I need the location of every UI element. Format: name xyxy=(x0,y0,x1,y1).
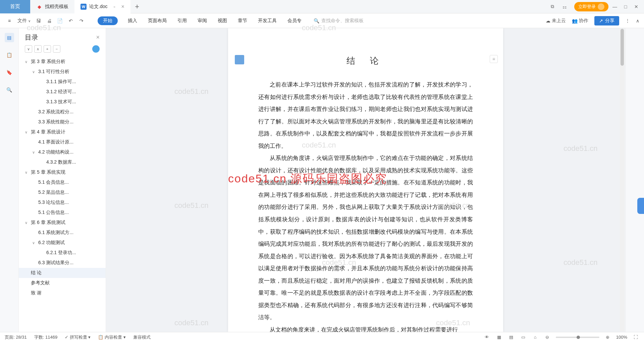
maximize-icon[interactable]: □ xyxy=(621,2,630,11)
expand-all-icon[interactable]: ∧ xyxy=(34,45,42,53)
layout-icon[interactable]: ⧉ xyxy=(548,2,557,11)
document-area[interactable]: ≡ 结 论 之前在课本上学习过软件开发的知识，包括开发流程的了解，开发技术的学习… xyxy=(106,28,625,332)
view2-icon[interactable]: ▤ xyxy=(507,334,515,341)
page-indicator[interactable]: 页面: 28/31 xyxy=(5,334,27,340)
preview-icon[interactable]: 📄 xyxy=(55,16,65,25)
add-outline-icon[interactable]: + xyxy=(44,45,51,53)
remove-outline-icon[interactable]: − xyxy=(53,45,60,53)
redo-icon[interactable]: ↷ xyxy=(77,16,86,25)
fullscreen-icon[interactable]: ⛶ xyxy=(632,334,639,341)
new-tab-button[interactable]: + xyxy=(130,2,144,11)
outline-item[interactable]: 5.2 菜品信息... xyxy=(19,187,106,197)
spellcheck-toggle[interactable]: ✓ 拼写检查 ▾ xyxy=(65,334,91,340)
outline-item[interactable]: ∨4.2 功能结构设... xyxy=(19,147,106,157)
outline-item[interactable]: 6.1 系统测试方... xyxy=(19,228,106,238)
undo-icon[interactable]: ↶ xyxy=(66,16,75,25)
zoom-in-icon[interactable]: ⊕ xyxy=(604,334,611,341)
zoom-out-icon[interactable]: ⊖ xyxy=(544,334,551,341)
outline-item[interactable]: 5.1 公告信息... xyxy=(19,208,106,218)
outline-icon[interactable]: ▤ xyxy=(5,33,14,42)
outline-item[interactable]: 5.3 论坛信息... xyxy=(19,197,106,208)
view3-icon[interactable]: ▭ xyxy=(520,334,527,341)
print-icon[interactable]: 🖨 xyxy=(45,16,54,25)
titlebar: 首页 ◆ 找稻壳模板 W 论文.doc ▫ × + ⧉ ⚏ 立即登录 — □ ✕ xyxy=(0,0,644,13)
sidebar-rail: ▤ 📋 🔖 🔍 xyxy=(0,28,19,332)
outline-item[interactable]: 致 谢 xyxy=(19,288,106,298)
outline-item[interactable]: 结 论 xyxy=(19,268,106,278)
doc-heading: 结 论 xyxy=(258,55,473,67)
outline-item[interactable]: 3.3 系统性能分... xyxy=(19,117,106,127)
outline-item[interactable]: 4.3.2 数据库... xyxy=(19,157,106,167)
menu-chapter[interactable]: 章节 xyxy=(237,16,248,25)
zoom-slider[interactable] xyxy=(556,337,599,338)
save-icon[interactable]: 🖫 xyxy=(34,16,43,25)
menu-reference[interactable]: 引用 xyxy=(177,16,187,25)
outline-item[interactable]: 5.1 会员信息... xyxy=(19,177,106,187)
float-window-icon[interactable]: ▫ xyxy=(113,4,115,9)
ribbon: ≡ 文件 ∨ 🖫 🖨 📄 ↶ ↷ 开始 插入 页面布局 引用 审阅 视图 章节 … xyxy=(0,13,644,28)
content-check[interactable]: 📋 内容检查 ▾ xyxy=(98,334,125,340)
outline-item[interactable]: 3.1.3 技术可... xyxy=(19,97,106,107)
doc-paragraph: 从文档的角度来讲，在完成火锅店管理系统制作后，对其制作过程需要进行 xyxy=(258,324,473,332)
page-pin-icon[interactable]: ≡ xyxy=(490,55,498,63)
collapse-ribbon-icon[interactable]: ∧ xyxy=(636,18,639,23)
outline-item[interactable]: ∨第 5 章 系统实现 xyxy=(19,167,106,177)
menu-dev[interactable]: 开发工具 xyxy=(257,16,277,25)
outline-item[interactable]: 3.2 系统流程分... xyxy=(19,107,106,117)
menu-layout[interactable]: 页面布局 xyxy=(147,16,167,25)
sync-icon[interactable] xyxy=(92,45,100,53)
search-box[interactable]: 🔍 查找命令、搜索模板 xyxy=(314,18,364,24)
outline-item[interactable]: 3.1.1 操作可... xyxy=(19,77,106,87)
side-panel-handle[interactable] xyxy=(637,198,644,214)
share-button[interactable]: ↗分享 xyxy=(594,16,619,25)
login-button[interactable]: 立即登录 xyxy=(574,2,608,11)
close-outline-icon[interactable]: × xyxy=(96,34,100,41)
outline-item[interactable]: 6.3 测试结果分... xyxy=(19,258,106,268)
outline-item[interactable]: 6.2.1 登录功... xyxy=(19,248,106,258)
outline-item[interactable]: 参考文献 xyxy=(19,278,106,288)
clipboard-icon[interactable]: 📋 xyxy=(5,50,14,60)
tab-template[interactable]: ◆ 找稻壳模板 xyxy=(30,0,74,13)
minimize-icon[interactable]: — xyxy=(610,2,619,11)
menu-insert[interactable]: 插入 xyxy=(127,16,138,25)
outline-list[interactable]: ∨第 3 章 系统分析∨3.1 可行性分析3.1.1 操作可...3.1.2 经… xyxy=(19,55,106,332)
vertical-scrollbar[interactable] xyxy=(620,29,625,331)
menu-vip[interactable]: 会员专 xyxy=(287,16,302,25)
word-count[interactable]: 字数: 11469 xyxy=(34,334,57,340)
close-tab-icon[interactable]: × xyxy=(121,4,124,10)
tab-home[interactable]: 首页 xyxy=(0,0,30,13)
outline-item[interactable]: 4.1 界面设计原... xyxy=(19,137,106,147)
apps-icon[interactable]: ⚏ xyxy=(560,2,569,11)
close-window-icon[interactable]: ✕ xyxy=(632,2,641,11)
scrollbar-thumb[interactable] xyxy=(621,29,624,66)
file-menu[interactable]: 文件 ∨ xyxy=(15,18,33,24)
hamburger-icon[interactable]: ≡ xyxy=(5,16,14,25)
outline-item[interactable]: 3.1.2 经济可... xyxy=(19,87,106,97)
view4-icon[interactable]: ⌂ xyxy=(532,334,539,341)
cloud-status[interactable]: ☁未上云 xyxy=(546,18,566,24)
avatar-icon xyxy=(598,3,604,10)
menu-start[interactable]: 开始 xyxy=(98,16,118,25)
ribbon-menu: 开始 插入 页面布局 引用 审阅 视图 章节 开发工具 会员专 xyxy=(98,16,302,25)
outline-item[interactable]: ∨第 6 章 系统测试 xyxy=(19,218,106,228)
doc-paragraph: 从系统的角度讲，火锅店管理系统制作中，它的难点在于功能的确定，对系统结构的设计，… xyxy=(258,152,473,324)
outline-item[interactable]: ∨3.1 可行性分析 xyxy=(19,67,106,77)
more-icon[interactable]: ⋮ xyxy=(625,18,630,23)
outline-toolbar: ∨ ∧ + − xyxy=(19,45,106,55)
collab-button[interactable]: 👥协作 xyxy=(572,18,588,24)
outline-item[interactable]: ∨第 4 章 系统设计 xyxy=(19,127,106,137)
bookmark-icon[interactable]: 🔖 xyxy=(5,68,14,77)
outline-item[interactable]: ∨第 3 章 系统分析 xyxy=(19,57,106,67)
tab-document[interactable]: W 论文.doc ▫ × xyxy=(74,0,130,13)
view1-icon[interactable]: ▦ xyxy=(495,334,503,341)
compat-mode[interactable]: 兼容模式 xyxy=(133,334,151,340)
menu-review[interactable]: 审阅 xyxy=(197,16,208,25)
search-icon: 🔍 xyxy=(314,18,319,23)
zoom-value[interactable]: 100% xyxy=(616,335,627,340)
collapse-all-icon[interactable]: ∨ xyxy=(25,45,32,53)
page-badge-icon[interactable] xyxy=(235,55,244,64)
outline-item[interactable]: ∨6.2 功能测试 xyxy=(19,238,106,248)
readmode-icon[interactable]: 👁 xyxy=(483,334,491,341)
menu-view[interactable]: 视图 xyxy=(217,16,228,25)
find-icon[interactable]: 🔍 xyxy=(5,85,14,95)
